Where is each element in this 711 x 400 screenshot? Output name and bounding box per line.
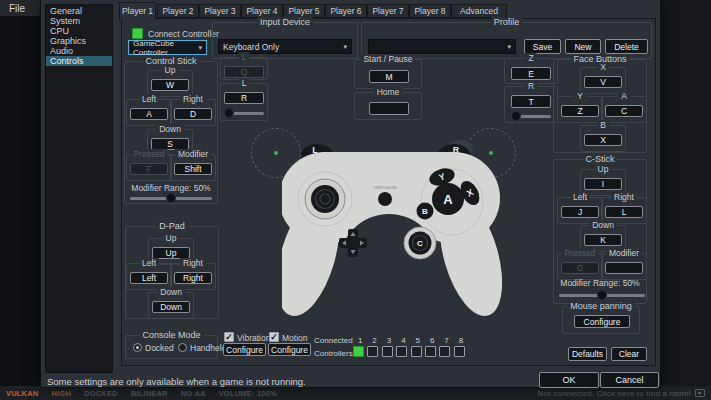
- sidebar-item-cpu[interactable]: CPU: [46, 26, 112, 36]
- tab-player-4[interactable]: Player 4: [241, 4, 283, 18]
- c-stick-pressed-button[interactable]: G: [561, 262, 599, 274]
- control-stick-modifier-button[interactable]: Shift: [174, 163, 212, 175]
- status-multiplayer[interactable]: Not connected. Click here to find a room…: [538, 389, 705, 398]
- vibration-checkbox[interactable]: ✓: [224, 332, 234, 342]
- r-trigger-button[interactable]: T: [511, 95, 551, 108]
- tab-player-7[interactable]: Player 7: [367, 4, 409, 18]
- dropdown-arrow-icon: ▾: [343, 43, 347, 51]
- face-y-button[interactable]: Z: [561, 105, 599, 117]
- dpad-right-button[interactable]: Right: [174, 272, 212, 284]
- control-stick-up-button[interactable]: W: [151, 79, 189, 91]
- controller-3-checkbox[interactable]: [382, 346, 393, 357]
- slider-handle[interactable]: [597, 290, 607, 300]
- c-stick-left-button[interactable]: J: [561, 206, 599, 218]
- tab-advanced[interactable]: Advanced: [451, 4, 507, 18]
- vibration-configure-button[interactable]: Configure: [223, 343, 266, 356]
- c-stick-modifier-button[interactable]: [605, 262, 643, 274]
- tab-player-2[interactable]: Player 2: [157, 4, 199, 18]
- left-trigger-threshold-slider[interactable]: [224, 108, 264, 118]
- controller-8-checkbox[interactable]: [454, 346, 465, 357]
- status-filter[interactable]: BILINEAR: [131, 389, 168, 398]
- motion-configure-button[interactable]: Configure: [268, 343, 311, 356]
- control-stick-range-slider[interactable]: [130, 193, 212, 203]
- status-volume[interactable]: VOLUME: 100%: [219, 389, 277, 398]
- clear-button[interactable]: Clear: [611, 347, 647, 361]
- dpad-down-button[interactable]: Down: [152, 301, 190, 313]
- motion-label: Motion: [282, 333, 308, 343]
- dropdown-arrow-icon: ▾: [507, 43, 511, 51]
- control-stick-pressed-button[interactable]: F: [130, 163, 168, 175]
- ok-button[interactable]: OK: [539, 372, 599, 388]
- c-stick-right-button[interactable]: L: [605, 206, 643, 218]
- dropdown-arrow-icon: ▾: [198, 44, 202, 52]
- left-trigger-analog-button[interactable]: Q: [224, 66, 264, 78]
- tab-player-8[interactable]: Player 8: [409, 4, 451, 18]
- status-bar: VULKAN HIGH DOCKED BILINEAR NO AA VOLUME…: [0, 386, 711, 400]
- start-pause-button[interactable]: M: [369, 70, 409, 83]
- controller-type-select[interactable]: GameCube Controller ▾: [128, 40, 207, 55]
- sidebar-item-general[interactable]: General: [46, 6, 112, 16]
- control-stick-left-button[interactable]: A: [130, 108, 168, 120]
- profile-delete-button[interactable]: Delete: [605, 39, 648, 54]
- docked-radio[interactable]: [133, 343, 142, 352]
- controller-a-label: A: [443, 192, 453, 207]
- c-stick-down-button[interactable]: K: [584, 234, 622, 246]
- tab-player-5[interactable]: Player 5: [283, 4, 325, 18]
- mouse-panning-configure-button[interactable]: Configure: [574, 315, 630, 328]
- face-a-button[interactable]: C: [605, 105, 643, 117]
- motion-checkbox[interactable]: ✓: [269, 332, 279, 342]
- status-dock-mode[interactable]: DOCKED: [84, 389, 118, 398]
- sidebar-item-graphics[interactable]: Graphics: [46, 36, 112, 46]
- c-stick-range-slider[interactable]: [559, 290, 645, 300]
- multiplayer-label: Not connected. Click here to find a room…: [538, 389, 691, 398]
- profile-select[interactable]: ▾: [368, 39, 516, 54]
- status-gpu-accuracy[interactable]: HIGH: [51, 389, 71, 398]
- face-x-button[interactable]: V: [584, 76, 622, 88]
- controller-1-checkbox[interactable]: [353, 346, 364, 357]
- r-trigger-threshold-slider[interactable]: [511, 111, 551, 121]
- sidebar-item-audio[interactable]: Audio: [46, 46, 112, 56]
- slider-handle[interactable]: [166, 193, 176, 203]
- handheld-radio[interactable]: [178, 343, 187, 352]
- vibration-label: Vibration: [237, 333, 270, 343]
- dpad-left-button[interactable]: Left: [130, 272, 168, 284]
- controller-5-checkbox[interactable]: [411, 346, 422, 357]
- c-stick-up-button[interactable]: I: [584, 178, 622, 190]
- menu-file[interactable]: File: [9, 3, 25, 14]
- controller-4-checkbox[interactable]: [396, 346, 407, 357]
- gamecube-controller-image: Z L R: [282, 136, 532, 321]
- sidebar-item-controls[interactable]: Controls: [46, 56, 112, 66]
- tab-player-1[interactable]: Player 1: [119, 2, 156, 19]
- sidebar-item-system[interactable]: System: [46, 16, 112, 26]
- profile-new-button[interactable]: New: [565, 39, 601, 54]
- slider-handle[interactable]: [511, 111, 521, 121]
- status-vulkan[interactable]: VULKAN: [6, 389, 38, 398]
- slider-handle[interactable]: [224, 108, 234, 118]
- tab-player-3[interactable]: Player 3: [199, 4, 241, 18]
- profile-save-button[interactable]: Save: [524, 39, 561, 54]
- c-stick-pressed: Pressed G: [557, 253, 603, 280]
- tab-player-6[interactable]: Player 6: [325, 4, 367, 18]
- cancel-button[interactable]: Cancel: [600, 372, 659, 388]
- controller-7-checkbox[interactable]: [439, 346, 450, 357]
- control-stick-modifier: Modifier Shift: [170, 154, 216, 181]
- console-mode-group: Console Mode Docked Handheld: [125, 335, 218, 359]
- left-trigger-button[interactable]: R: [224, 92, 264, 104]
- status-antialiasing[interactable]: NO AA: [181, 389, 206, 398]
- defaults-button[interactable]: Defaults: [568, 347, 607, 361]
- connect-controller-checkbox[interactable]: [132, 28, 143, 39]
- control-stick-left: Left A: [126, 99, 172, 126]
- docked-label: Docked: [145, 343, 174, 353]
- controller-number: 2: [367, 336, 381, 345]
- control-stick-right-button[interactable]: D: [174, 108, 212, 120]
- home-button[interactable]: [369, 102, 409, 115]
- controller-number: 4: [396, 336, 410, 345]
- controller-type-value: GameCube Controller: [133, 39, 198, 57]
- handheld-label: Handheld: [190, 343, 226, 353]
- controller-2-checkbox[interactable]: [367, 346, 378, 357]
- face-b-button[interactable]: X: [584, 134, 622, 146]
- connected-label: Connected: [314, 336, 353, 345]
- left-stick-position-dot: [274, 151, 278, 155]
- controller-6-checkbox[interactable]: [425, 346, 436, 357]
- z-button[interactable]: E: [511, 67, 551, 80]
